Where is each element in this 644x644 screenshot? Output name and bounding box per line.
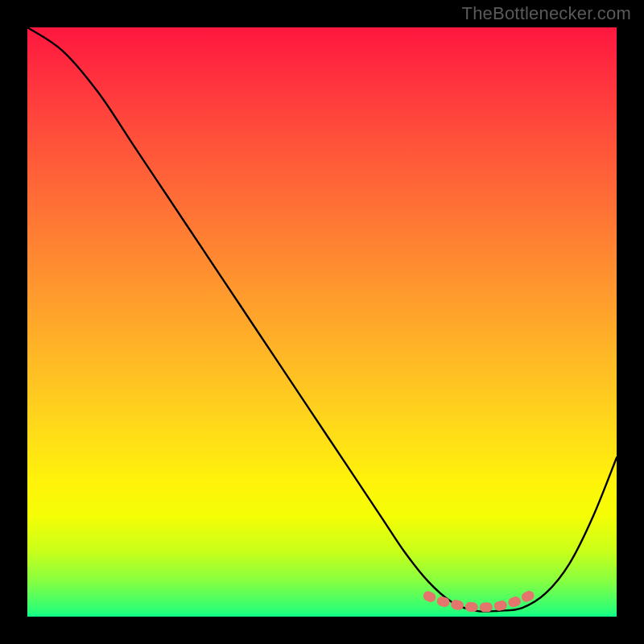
curve-layer — [27, 27, 617, 617]
bottleneck-curve — [27, 27, 617, 612]
attribution-label: TheBottlenecker.com — [462, 3, 631, 24]
plot-area — [27, 27, 617, 617]
chart-container: TheBottlenecker.com — [0, 0, 644, 644]
